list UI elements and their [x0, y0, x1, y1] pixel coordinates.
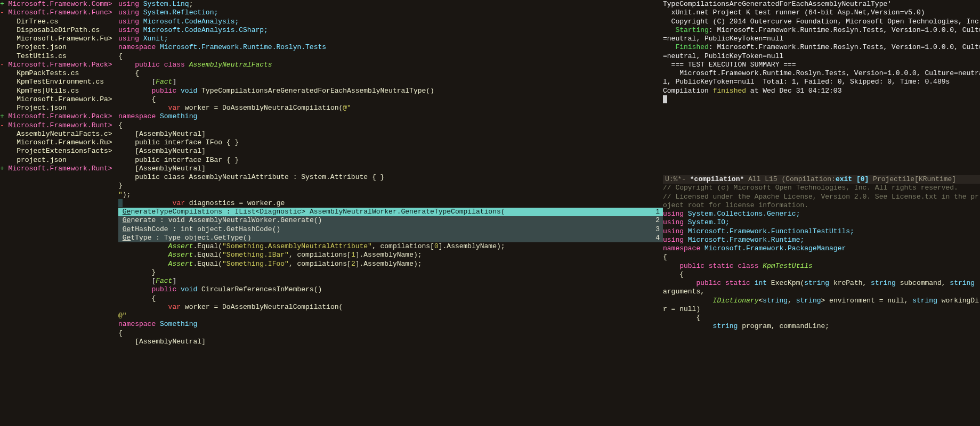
- tree-file[interactable]: KpmTestEnvironment.cs: [0, 78, 118, 86]
- tree-file[interactable]: Microsoft.Framework.Fu>: [0, 35, 118, 43]
- tree-file[interactable]: TestUtils.cs: [0, 52, 118, 61]
- tree-file[interactable]: Microsoft.Framework.Ru>: [0, 138, 118, 147]
- tree-row[interactable]: + Microsoft.Framework.Runt>: [0, 165, 118, 173]
- tree-row[interactable]: + Microsoft.Framework.Pack>: [0, 112, 118, 121]
- tree-file[interactable]: KpmPackTests.cs: [0, 69, 118, 78]
- tree-file[interactable]: project.json: [0, 156, 118, 165]
- cursor: [663, 95, 667, 103]
- completion-item[interactable]: GenerateTypeCompilations : IList<Diagnos…: [118, 208, 663, 216]
- completion-item[interactable]: GetHashCode : int object.GetHashCode()3: [118, 225, 663, 234]
- tree-file[interactable]: KpmTes|Utils.cs: [0, 87, 118, 95]
- status-bar: U:%*- *compilation* All L15 (Compilation…: [663, 175, 980, 184]
- compilation-output[interactable]: TypeCompilationsAreGeneratedForEachAssem…: [663, 0, 980, 175]
- tree-file[interactable]: Project.json: [0, 43, 118, 52]
- tree-file[interactable]: DisposableDirPath.cs: [0, 26, 118, 35]
- completion-item[interactable]: GetType : Type object.GetType()4: [118, 234, 663, 242]
- completion-popup[interactable]: GenerateTypeCompilations : IList<Diagnos…: [118, 208, 663, 242]
- right-panel: TypeCompilationsAreGeneratedForEachAssem…: [663, 0, 980, 426]
- tree-row[interactable]: - Microsoft.Framework.Pack>: [0, 61, 118, 69]
- completion-item[interactable]: Generate : void AssemblyNeutralWorker.Ge…: [118, 216, 663, 225]
- tree-row[interactable]: - Microsoft.Framework.Runt>: [0, 121, 118, 130]
- tree-file[interactable]: DirTree.cs: [0, 18, 118, 26]
- tree-file[interactable]: Project.json: [0, 104, 118, 112]
- tree-file[interactable]: Microsoft.Framework.Pa>: [0, 95, 118, 104]
- tree-row[interactable]: - Microsoft.Framework.Func>: [0, 9, 118, 17]
- code-editor[interactable]: using System.Linq; using System.Reflecti…: [118, 0, 663, 426]
- file-tree-sidebar: + Microsoft.Framework.Comm> - Microsoft.…: [0, 0, 118, 426]
- tree-file[interactable]: AssemblyNeutralFacts.c>: [0, 130, 118, 138]
- tree-file[interactable]: ProjectExtensionsFacts>: [0, 147, 118, 155]
- tree-row[interactable]: + Microsoft.Framework.Comm>: [0, 0, 118, 9]
- gutter-marker: [118, 199, 123, 207]
- right-code-editor[interactable]: // Copyright (c) Microsoft Open Technolo…: [663, 184, 980, 426]
